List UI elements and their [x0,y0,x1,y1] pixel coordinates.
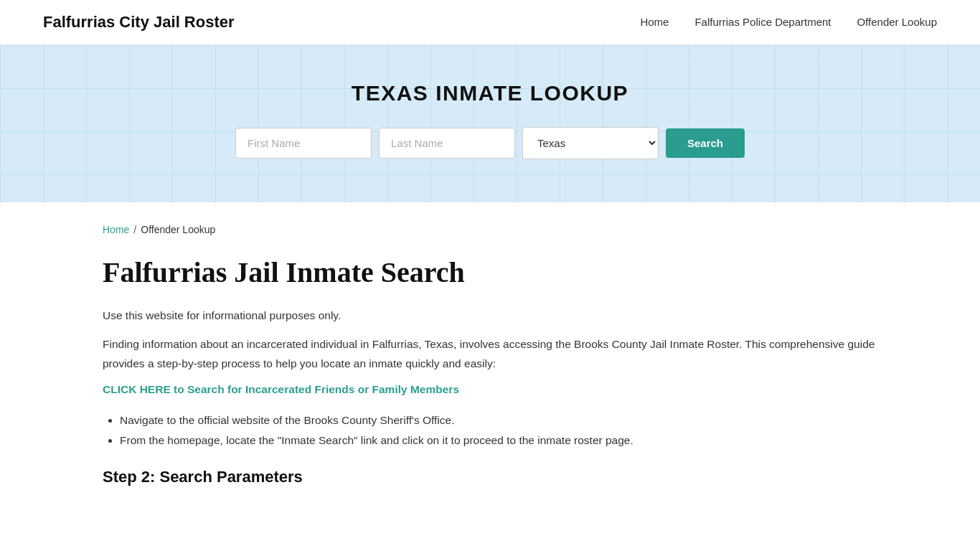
nav-link-offender[interactable]: Offender Lookup [857,16,937,28]
list-item: Navigate to the official website of the … [120,410,877,430]
site-header: Falfurrias City Jail Roster Home Falfurr… [0,0,980,45]
list-item: From the homepage, locate the "Inmate Se… [120,430,877,451]
search-form: Texas Alabama Alaska Arizona Arkansas Ca… [14,127,966,159]
nav-link-police[interactable]: Falfurrias Police Department [694,16,831,28]
page-title: Falfurrias Jail Inmate Search [103,255,877,289]
hero-banner: TEXAS INMATE LOOKUP Texas Alabama Alaska… [0,45,980,202]
nav-item-offender[interactable]: Offender Lookup [857,16,937,29]
last-name-input[interactable] [379,128,515,159]
nav-list: Home Falfurrias Police Department Offend… [640,16,937,29]
site-title[interactable]: Falfurrias City Jail Roster [43,13,235,32]
search-button[interactable]: Search [666,128,745,158]
hero-title: TEXAS INMATE LOOKUP [14,81,966,105]
state-select[interactable]: Texas Alabama Alaska Arizona Arkansas Ca… [522,127,659,159]
breadcrumb: Home / Offender Lookup [103,224,877,235]
first-name-input[interactable] [235,128,372,159]
intro-paragraph-2: Finding information about an incarcerate… [103,335,877,373]
breadcrumb-home-link[interactable]: Home [103,224,129,235]
nav-item-home[interactable]: Home [640,16,669,29]
main-nav: Home Falfurrias Police Department Offend… [640,16,937,29]
main-content: Home / Offender Lookup Falfurrias Jail I… [60,202,920,522]
breadcrumb-current: Offender Lookup [141,224,215,235]
intro-paragraph-1: Use this website for informational purpo… [103,306,877,325]
nav-item-police[interactable]: Falfurrias Police Department [694,16,831,29]
breadcrumb-separator: / [133,224,136,235]
cta-link[interactable]: CLICK HERE to Search for Incarcerated Fr… [103,383,459,396]
step2-heading: Step 2: Search Parameters [103,468,877,486]
bullet-list: Navigate to the official website of the … [120,410,877,451]
nav-link-home[interactable]: Home [640,16,669,28]
